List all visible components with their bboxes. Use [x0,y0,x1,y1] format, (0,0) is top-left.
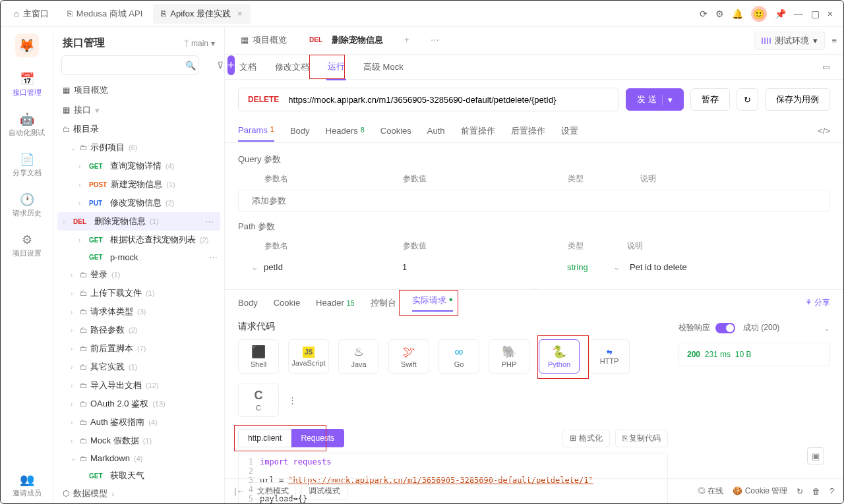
api-item[interactable]: ›POST新建宠物信息(1) [53,175,224,194]
tab-add[interactable]: + [395,28,419,53]
subtab-edit[interactable]: 修改文档 [274,55,311,80]
more-icon[interactable]: ⋮ [288,395,297,405]
folder-path[interactable]: ›🗀路径参数(2) [53,321,224,339]
lang-shell[interactable]: ⬛Shell [238,339,279,374]
code-icon[interactable]: </> [818,126,830,136]
ptab-body[interactable]: Body [290,121,310,141]
rtab-cookie[interactable]: Cookie [274,298,300,308]
ptab-post[interactable]: 后置操作 [511,120,545,142]
lang-python[interactable]: 🐍Python [539,339,580,374]
help-icon[interactable]: ? [829,487,834,496]
bell-icon[interactable]: 🔔 [732,9,743,19]
close-icon[interactable]: × [237,9,243,18]
rail-api[interactable]: 📅接口管理 [1,67,53,103]
more-icon[interactable]: ⋯ [209,252,218,262]
copy-button[interactable]: ⎘ 复制代码 [615,430,668,447]
expand-icon[interactable]: ▣ [807,447,824,464]
sidebar-api-root[interactable]: ▦接口▾ [53,100,224,120]
param-name-input[interactable] [252,196,404,206]
folder-other[interactable]: ›🗀其它实践(1) [53,358,224,376]
api-item[interactable]: ›PUT修改宠物信息(2) [53,194,224,212]
folder-import[interactable]: ›🗀导入导出文档(12) [53,376,224,395]
tab-overview[interactable]: ▦项目概览 [231,28,296,54]
rail-share[interactable]: 📄分享文档 [1,147,53,183]
query-add-row[interactable] [238,190,830,211]
send-button[interactable]: 发 送▾ [626,88,684,111]
lang-http[interactable]: ⇋HTTP [589,339,630,374]
validate-toggle[interactable] [715,323,735,333]
settings-icon[interactable]: ⚙ [715,9,724,19]
api-item[interactable]: ›GET查询宠物详情(4) [53,157,224,175]
layout-icon[interactable]: ▭ [822,62,830,72]
debug-mode-button[interactable]: 调试模式 [301,482,347,500]
tab-more[interactable]: ⋯ [421,28,448,53]
param-type[interactable]: string [567,262,613,272]
lang-java[interactable]: ♨Java [338,339,379,374]
tab-home[interactable]: ⌂主窗口 [6,4,57,24]
collapse-icon[interactable]: |← [234,486,245,496]
ptab-headers[interactable]: Headers8 [326,121,365,141]
pin-icon[interactable]: 📌 [775,9,786,19]
tab-apifox[interactable]: ⎘Apifox 最佳实践× [153,4,250,24]
subtab-mock[interactable]: 高级 Mock [362,55,405,80]
folder-oauth[interactable]: ›🗀OAuth 2.0 鉴权(13) [53,395,224,413]
save-case-button[interactable]: 保存为用例 [765,88,830,111]
lang-php[interactable]: 🐘PHP [489,339,529,374]
lang-swift[interactable]: 🕊Swift [388,339,429,374]
trash-icon[interactable]: 🗑 [812,487,820,496]
more-icon[interactable]: ⋯ [205,217,214,227]
recycle-icon[interactable]: ↻ [797,487,803,496]
lang-js[interactable]: JSJavaScript [288,339,329,374]
method-label[interactable]: DELETE [239,95,288,104]
rtab-header[interactable]: Header 15 [316,298,355,308]
chevron-down-icon[interactable]: ⌄ [824,323,830,333]
format-button[interactable]: ⊞ 格式化 [562,430,609,447]
env-selector[interactable]: 测试环境▾ [754,32,825,50]
refresh-icon[interactable]: ⟳ [700,9,708,19]
close-window-icon[interactable]: × [828,9,833,19]
folder-upload[interactable]: ›🗀上传下载文件(1) [53,284,224,302]
folder-root[interactable]: 🗀根目录 [53,120,224,138]
doc-mode-button[interactable]: 文档模式 [250,482,296,500]
tab-current[interactable]: DEL删除宠物信息 [299,28,392,54]
folder-scripts[interactable]: ›🗀前后置脚本(7) [53,339,224,358]
cookie-manage[interactable]: 🍪 Cookie 管理 [733,486,787,497]
folder-body[interactable]: ›🗀请求体类型(3) [53,302,224,321]
rail-invite[interactable]: 👥邀请成员 [1,467,53,503]
chevron-down-icon[interactable]: ⌄ [613,262,620,272]
branch-selector[interactable]: ᛘmain▾ [184,39,215,48]
ptab-params[interactable]: Params1 [238,120,274,142]
minimize-icon[interactable]: — [794,9,803,19]
rail-history[interactable]: 🕐请求历史 [1,187,53,223]
share-link[interactable]: ⚘ 分享 [805,297,830,308]
lib-httpclient[interactable]: http.client [238,429,291,447]
lang-go[interactable]: ∞Go [438,339,479,374]
rail-autotest[interactable]: 🤖自动化测试 [1,107,53,143]
folder-auth[interactable]: ›🗀Auth 鉴权指南(4) [53,413,224,432]
maximize-icon[interactable]: ▢ [811,9,820,19]
rtab-console[interactable]: 控制台 [371,297,396,309]
ptab-settings[interactable]: 设置 [561,120,578,142]
subtab-doc[interactable]: 文档 [238,55,258,80]
ptab-auth[interactable]: Auth [427,121,445,141]
url-input[interactable] [288,95,618,105]
lang-c[interactable]: CC [238,383,279,417]
rtab-actual[interactable]: 实际请求 • [412,294,453,312]
stash-button[interactable]: 暂存 [690,88,730,111]
tab-medusa[interactable]: ⎘Medusa 商城 API [59,4,150,24]
sidebar-overview[interactable]: ▦项目概览 [53,80,224,100]
filter-icon[interactable]: ⊽ [217,60,224,70]
sidebar-datamodel[interactable]: ⬡数据模型› [53,484,224,503]
folder-markdown[interactable]: ⌄🗀Markdown(4) [53,450,224,466]
reset-button[interactable]: ↻ [737,88,758,111]
lib-requests[interactable]: Requests [291,429,344,447]
rtab-body[interactable]: Body [238,298,258,308]
menu-icon[interactable]: ≡ [831,36,837,45]
api-item-selected[interactable]: ›DEL删除宠物信息(1)⋯ [57,212,220,231]
api-item[interactable]: ›GET获取天气 [53,466,224,484]
search-input[interactable] [61,55,198,75]
rail-settings[interactable]: ⚙项目设置 [1,227,53,264]
param-value-input[interactable] [402,262,567,272]
subtab-run[interactable]: 运行 [326,54,346,80]
ptab-pre[interactable]: 前置操作 [461,120,495,142]
